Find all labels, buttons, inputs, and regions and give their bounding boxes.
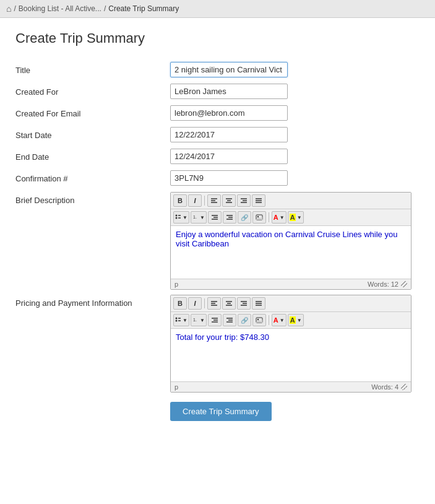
pricing-bold-button[interactable]: B: [173, 297, 187, 310]
start-date-input[interactable]: [170, 127, 288, 142]
main-content: Create Trip Summary Title Created For Cr…: [0, 18, 435, 433]
brief-desc-status-bar: p Words: 12: [171, 279, 411, 289]
created-for-input[interactable]: [170, 84, 288, 99]
svg-text:1.: 1.: [193, 215, 197, 219]
pricing-toolbar-sep-1: [204, 298, 205, 308]
list-ol-dropdown[interactable]: 1. ▼: [191, 211, 207, 224]
pricing-indent-button[interactable]: [223, 314, 236, 326]
brief-desc-toolbar-2: ▼ 1. ▼ 🔗 A ▼: [171, 209, 411, 226]
pricing-bg-color-icon: A: [290, 316, 296, 324]
pricing-font-color-arrow: ▼: [280, 318, 285, 323]
toolbar-sep-2: [269, 212, 269, 222]
breadcrumb-sep2: /: [104, 4, 106, 13]
breadcrumb-sep1: /: [14, 4, 15, 13]
pricing-editor: B I ▼: [170, 295, 411, 393]
created-for-email-row: Created For Email: [15, 105, 420, 122]
pricing-align-right-button[interactable]: [237, 297, 251, 310]
breadcrumb-booking-list[interactable]: Booking List - All Active...: [19, 4, 101, 13]
svg-point-14: [176, 217, 178, 219]
breadcrumb-bar: ⌂ / Booking List - All Active... / Creat…: [0, 0, 435, 18]
pricing-italic-button[interactable]: I: [188, 297, 202, 310]
pricing-align-center-button[interactable]: [222, 297, 236, 310]
pricing-p-tag: p: [174, 383, 178, 391]
pricing-list-ul-dropdown[interactable]: ▼: [173, 314, 189, 326]
end-date-field-wrap: [170, 149, 420, 164]
italic-button[interactable]: I: [188, 194, 202, 207]
link-button[interactable]: 🔗: [238, 211, 251, 224]
created-for-field-wrap: [170, 84, 420, 99]
created-for-email-label: Created For Email: [15, 105, 170, 122]
pricing-text: Total for your trip: $748.30: [176, 332, 269, 342]
font-color-dropdown[interactable]: A ▼: [272, 211, 286, 224]
brief-desc-resize-handle[interactable]: [401, 281, 407, 287]
pricing-align-justify-button[interactable]: [252, 297, 265, 310]
end-date-label: End Date: [15, 149, 170, 165]
pricing-resize-handle[interactable]: [401, 384, 407, 390]
svg-point-49: [257, 319, 259, 320]
align-right-button[interactable]: [237, 194, 251, 207]
title-input[interactable]: [170, 62, 288, 77]
pricing-toolbar-sep-2: [269, 315, 269, 325]
created-for-row: Created For: [15, 84, 420, 100]
list-ul-dropdown[interactable]: ▼: [173, 211, 189, 224]
pricing-list-ol-dropdown[interactable]: 1. ▼: [191, 314, 207, 326]
svg-point-37: [176, 318, 178, 319]
pricing-align-left-button[interactable]: [207, 297, 221, 310]
brief-desc-editor: B I ▼: [170, 192, 411, 290]
start-date-label: Start Date: [15, 127, 170, 144]
pricing-font-color-dropdown[interactable]: A ▼: [272, 314, 286, 326]
created-for-email-field-wrap: [170, 105, 420, 121]
title-field-wrap: [170, 62, 420, 77]
svg-point-39: [176, 320, 178, 322]
home-icon[interactable]: ⌂: [6, 4, 11, 14]
breadcrumb-current: Create Trip Summary: [108, 4, 179, 13]
submit-section: Create Trip Summary: [15, 402, 420, 421]
title-label: Title: [15, 62, 170, 79]
pricing-image-button[interactable]: [252, 314, 266, 326]
page-title: Create Trip Summary: [15, 30, 420, 46]
bg-color-dropdown[interactable]: A ▼: [288, 211, 304, 224]
pricing-font-color-icon: A: [273, 316, 278, 324]
brief-desc-content[interactable]: Enjoy a wonderful vacation on Carnival C…: [171, 226, 411, 279]
title-row: Title: [15, 62, 420, 79]
svg-point-24: [257, 216, 259, 217]
align-center-button[interactable]: [222, 194, 236, 207]
end-date-input[interactable]: [170, 149, 288, 164]
created-for-email-input[interactable]: [170, 105, 288, 121]
confirmation-label: Confirmation #: [15, 170, 170, 187]
pricing-content[interactable]: Total for your trip: $748.30: [171, 329, 411, 381]
brief-desc-word-count: Words: 12: [368, 280, 398, 288]
pricing-label: Pricing and Payment Information: [15, 295, 170, 311]
pricing-toolbar-2: ▼ 1. ▼ 🔗 A ▼: [171, 312, 411, 329]
pricing-status-bar: p Words: 4: [171, 381, 411, 392]
brief-desc-row: Brief Description B I: [15, 192, 420, 290]
pricing-bg-color-arrow: ▼: [297, 318, 302, 323]
outdent-button[interactable]: [208, 211, 222, 224]
pricing-outdent-button[interactable]: [208, 314, 222, 326]
confirmation-row: Confirmation #: [15, 170, 420, 187]
start-date-row: Start Date: [15, 127, 420, 144]
align-justify-button[interactable]: [252, 194, 265, 207]
pricing-list-ol-arrow: ▼: [200, 318, 205, 323]
bold-button[interactable]: B: [173, 194, 187, 207]
toolbar-sep-1: [204, 196, 205, 206]
bg-color-arrow: ▼: [297, 215, 302, 220]
list-ol-arrow: ▼: [200, 215, 205, 220]
align-left-button[interactable]: [207, 194, 221, 207]
indent-button[interactable]: [223, 211, 236, 224]
svg-point-12: [176, 215, 178, 217]
list-ul-arrow: ▼: [183, 215, 187, 220]
pricing-toolbar-1: B I: [171, 295, 411, 312]
confirmation-input[interactable]: [170, 170, 288, 186]
font-color-icon: A: [273, 214, 278, 221]
pricing-bg-color-dropdown[interactable]: A ▼: [288, 314, 304, 326]
confirmation-field-wrap: [170, 170, 420, 186]
brief-desc-toolbar-1: B I: [171, 193, 411, 209]
created-for-label: Created For: [15, 84, 170, 100]
brief-desc-label: Brief Description: [15, 192, 170, 209]
image-button[interactable]: [252, 211, 266, 224]
pricing-word-count: Words: 4: [371, 383, 398, 391]
svg-text:1.: 1.: [193, 318, 197, 322]
create-trip-summary-button[interactable]: Create Trip Summary: [170, 402, 272, 421]
pricing-link-button[interactable]: 🔗: [238, 314, 251, 326]
